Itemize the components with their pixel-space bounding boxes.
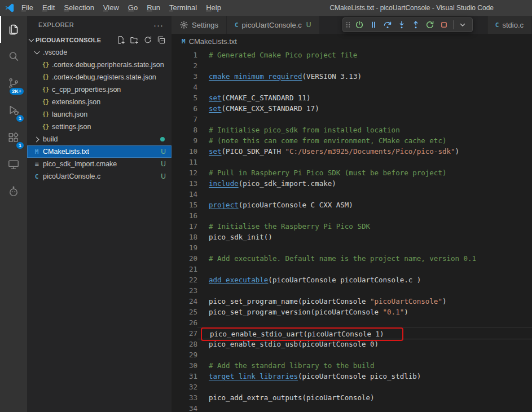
code-line-15[interactable]: 15project(picoUartConsole C CXX ASM) (172, 200, 532, 210)
code-token: (CMAKE_C_STANDARD 11) (222, 94, 311, 102)
activity-search-button[interactable] (0, 43, 27, 70)
activity-source-control-button[interactable]: 2K+ (0, 70, 27, 97)
menu-view[interactable]: View (99, 0, 124, 16)
code-token: ) (442, 297, 447, 305)
code-line-26[interactable]: 26 (172, 317, 532, 328)
code-token: pico_sdk_init() (209, 233, 272, 241)
code-line-19[interactable]: 19 (172, 242, 532, 253)
menu-selection[interactable]: Selection (59, 0, 98, 16)
code-line-5[interactable]: 5set(CMAKE_C_STANDARD 11) (172, 92, 532, 103)
code-line-20[interactable]: 20# Add executable. Default name is the … (172, 253, 532, 264)
refresh-explorer-button[interactable] (143, 36, 152, 45)
tree-item-picouartconsole-c[interactable]: CpicoUartConsole.cU (27, 170, 172, 183)
new-folder-button[interactable] (130, 36, 139, 45)
project-section-header[interactable]: PICOUARTCONSOLE (27, 34, 172, 46)
code-line-30[interactable]: 30# Add the standard library to the buil… (172, 360, 532, 371)
code-token: (PICO_SDK_PATH (222, 147, 285, 156)
line-content: pico_set_program_version(picoUartConsole… (197, 307, 532, 317)
code-line-32[interactable]: 32 (172, 382, 532, 392)
debug-step-into-button[interactable] (395, 18, 408, 32)
code-line-2[interactable]: 2 (172, 60, 532, 71)
code-line-3[interactable]: 3cmake_minimum_required(VERSION 3.13) (172, 71, 532, 82)
code-line-16[interactable]: 16 (172, 210, 532, 221)
file-name: settings.json (52, 123, 91, 131)
code-line-23[interactable]: 23 (172, 285, 532, 296)
code-line-33[interactable]: 33pico_add_extra_outputs(picoUartConsole… (172, 392, 532, 403)
code-line-14[interactable]: 14 (172, 189, 532, 200)
code-line-21[interactable]: 21 (172, 264, 532, 274)
code-line-17[interactable]: 17# Initialise the Raspberry Pi Pico SDK (172, 221, 532, 232)
breadcrumb-item[interactable]: MCMakeLists.txt (182, 37, 237, 46)
explorer-actions (116, 36, 166, 45)
code-token: cmake_minimum_required (209, 72, 302, 81)
new-file-button[interactable] (116, 36, 125, 45)
line-number: 23 (172, 285, 197, 296)
code-line-13[interactable]: 13include(pico_sdk_import.cmake) (172, 178, 532, 189)
menu-run[interactable]: Run (142, 0, 165, 16)
tree-item-build[interactable]: build (27, 133, 172, 145)
line-content (197, 242, 532, 253)
debug-stop-button[interactable] (437, 18, 451, 32)
activity-run-debug-button[interactable]: 1 (0, 97, 27, 124)
debug-step-out-button[interactable] (409, 18, 423, 32)
code-line-7[interactable]: 7 (172, 114, 532, 125)
line-content: target_link_libraries(picoUartConsole pi… (197, 371, 532, 382)
code-line-29[interactable]: 29 (172, 349, 532, 360)
code-line-11[interactable]: 11 (172, 157, 532, 167)
code-line-6[interactable]: 6set(CMAKE_CXX_STANDARD 17) (172, 103, 532, 114)
code-line-27[interactable]: 27pico_enable_stdio_uart(picoUartConsole… (172, 328, 532, 339)
menu-help[interactable]: Help (201, 0, 226, 16)
menu-edit[interactable]: Edit (38, 0, 59, 16)
tree-item-cortex-debug-registers-state-json[interactable]: {}.cortex-debug.registers.state.json (27, 71, 172, 83)
code-line-8[interactable]: 8# Initialise pico_sdk from installed lo… (172, 125, 532, 135)
menu-file[interactable]: File (17, 0, 38, 16)
robot-icon (7, 185, 20, 198)
file-icon-slot: M (33, 149, 41, 155)
debug-restart-button[interactable] (423, 18, 437, 32)
code-line-9[interactable]: 9# (note this can come from environment,… (172, 135, 532, 146)
activity-bot-button[interactable] (0, 178, 27, 205)
tree-item-pico-sdk-import-cmake[interactable]: ≡pico_sdk_import.cmakeU (27, 158, 172, 170)
tree-item-extensions-json[interactable]: {}extensions.json (27, 96, 172, 108)
debug-step-over-button[interactable] (381, 18, 394, 32)
activity-extensions-button[interactable]: 1 (0, 124, 27, 151)
activity-explorer-button[interactable] (0, 16, 27, 43)
debug-more-button[interactable] (456, 18, 469, 32)
code-line-1[interactable]: 1# Generated Cmake Pico project file (172, 50, 532, 60)
tree-item-vscode[interactable]: .vscode (27, 46, 172, 59)
more-actions-icon[interactable]: ··· (153, 20, 164, 30)
restart-icon (425, 20, 434, 29)
line-number: 19 (172, 242, 197, 253)
activity-remote-monitor-button[interactable] (0, 151, 27, 178)
drag-handle[interactable] (344, 20, 352, 29)
more-icon (458, 20, 467, 29)
collapse-folders-button[interactable] (157, 36, 166, 45)
step-over-icon (383, 20, 392, 29)
tab-settings[interactable]: Settings (172, 16, 227, 34)
line-number: 24 (172, 296, 197, 307)
tree-item-cortex-debug-peripherals-state-json[interactable]: {}.cortex-debug.peripherals.state.json (27, 59, 172, 71)
tree-item-c-cpp-properties-json[interactable]: {}c_cpp_properties.json (27, 83, 172, 96)
code-line-31[interactable]: 31target_link_libraries(picoUartConsole … (172, 371, 532, 382)
tree-item-launch-json[interactable]: {}launch.json (27, 108, 172, 121)
code-line-25[interactable]: 25pico_set_program_version(picoUartConso… (172, 307, 532, 317)
tree-item-settings-json[interactable]: {}settings.json (27, 121, 172, 133)
code-line-34[interactable]: 34 (172, 403, 532, 412)
code-token: (picoUartConsole pico_stdlib) (298, 372, 421, 380)
code-line-22[interactable]: 22add_executable(picoUartConsole picoUar… (172, 274, 532, 285)
debug-continue-button[interactable] (353, 18, 366, 32)
cmake-file-icon: M (35, 149, 39, 155)
menu-terminal[interactable]: Terminal (165, 0, 201, 16)
code-line-4[interactable]: 4 (172, 82, 532, 92)
code-line-12[interactable]: 12# Pull in Raspberry Pi Pico SDK (must … (172, 167, 532, 178)
code-line-18[interactable]: 18pico_sdk_init() (172, 232, 532, 242)
code-line-24[interactable]: 24pico_set_program_name(picoUartConsole … (172, 296, 532, 307)
tab-stdio-c[interactable]: Cstdio.c (487, 16, 532, 34)
code-token: # Initialise the Raspberry Pi Pico SDK (209, 222, 370, 231)
tree-item-cmakelists-txt[interactable]: MCMakeLists.txtU (27, 145, 172, 158)
debug-pause-button[interactable] (367, 18, 380, 32)
code-editor[interactable]: 1# Generated Cmake Pico project file23cm… (172, 48, 532, 412)
menu-go[interactable]: Go (124, 0, 142, 16)
code-line-10[interactable]: 10set(PICO_SDK_PATH "C:/Users/m3925/Docu… (172, 146, 532, 157)
tab-picouartconsole-c[interactable]: CpicoUartConsole.cU (227, 16, 320, 34)
